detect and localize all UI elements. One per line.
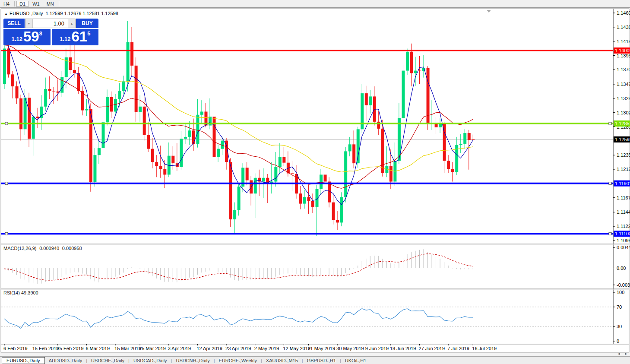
- macd-values: -0.000940 -0.000958: [38, 246, 82, 251]
- chart-tabs: EURUSD-,DailyAUDUSD-,Daily|USDCHF-,Daily…: [0, 356, 630, 364]
- chart-tab-xauusdm15[interactable]: XAUUSD-,M15: [262, 358, 302, 364]
- chart-tab-usdchfdaily[interactable]: USDCHF-,Daily: [87, 358, 128, 364]
- date-tick-label: 21 May 2019: [307, 346, 335, 351]
- rsi-value: 49.3900: [21, 290, 38, 295]
- chart-tab-gbpusdh1[interactable]: GBPUSD-,H1: [303, 358, 340, 364]
- date-tick-label: 3 Apr 2019: [168, 346, 191, 351]
- date-tick-label: 2 May 2019: [254, 346, 279, 351]
- toolbar-separator: [14, 1, 15, 6]
- date-tick-label: 18 Jun 2019: [390, 346, 416, 351]
- date-tick-label: 30 May 2019: [336, 346, 364, 351]
- sell-price-display[interactable]: 1.12 59 8: [3, 29, 51, 45]
- collapse-triangle-icon[interactable]: ▲: [4, 12, 8, 16]
- one-click-trade-panel: SELL ▼ ▲ BUY 1.12 59 8 1.12 61 5: [3, 19, 98, 45]
- chart-tab-eurusddaily[interactable]: EURUSD-,Daily: [2, 357, 45, 364]
- svg-text:1.12598: 1.12598: [615, 137, 630, 142]
- timeframe-button-D1[interactable]: D1: [16, 1, 28, 7]
- svg-text:1.11103: 1.11103: [615, 231, 630, 236]
- date-tick-label: 25 Mar 2019: [139, 346, 166, 351]
- price-tick-label: 1.13025: [617, 110, 630, 115]
- macd-name: MACD(12,26,9): [3, 246, 36, 251]
- date-tick-label: 25 Feb 2019: [57, 346, 84, 351]
- rsi-tick-label: 100: [617, 290, 624, 295]
- date-tick-label: 16 Jul 2019: [472, 346, 497, 351]
- svg-text:1.12851: 1.12851: [615, 121, 630, 126]
- buy-button[interactable]: BUY: [76, 19, 98, 28]
- scroll-left-icon[interactable]: ◄: [617, 352, 621, 356]
- sell-price-pip: 8: [39, 30, 42, 37]
- buy-price-display[interactable]: 1.12 61 5: [52, 29, 99, 45]
- sell-button[interactable]: SELL: [3, 19, 25, 28]
- macd-tick-label: 0.00: [617, 266, 626, 271]
- date-tick-label: 12 Apr 2019: [196, 346, 222, 351]
- timeframe-toolbar: H4D1W1MN: [0, 0, 630, 8]
- chart-tab-audusddaily[interactable]: AUDUSD-,Daily: [45, 358, 86, 364]
- symbol-name: EURUSD-,Daily: [9, 11, 43, 16]
- rsi-name: RSI(14): [3, 290, 20, 295]
- buy-price-prefix: 1.12: [60, 36, 70, 42]
- date-tick-label: 27 Jun 2019: [419, 346, 445, 351]
- chart-tab-usdcaddaily[interactable]: USDCAD-,Daily: [130, 358, 171, 364]
- volume-decrease-button[interactable]: ▼: [25, 19, 33, 28]
- chart-shift-marker[interactable]: [487, 10, 491, 13]
- date-tick-label: 6 Feb 2019: [3, 346, 28, 351]
- date-tick-label: 7 Jul 2019: [447, 346, 469, 351]
- svg-text:1.14009: 1.14009: [615, 48, 630, 53]
- chart-tab-usdcnhdaily[interactable]: USDCNH-,Daily: [172, 358, 213, 364]
- price-tick-label: 1.11220: [617, 224, 630, 229]
- buy-price-pip: 5: [87, 30, 90, 37]
- rsi-tick-label: 70: [617, 304, 622, 310]
- price-tick-label: 1.14605: [617, 10, 630, 16]
- symbol-ohlc-values: 1.12599 1.12676 1.12581 1.12598: [46, 11, 118, 16]
- date-tick-label: 23 Apr 2019: [225, 346, 251, 351]
- chart-hscrollbar[interactable]: ◄ ►: [0, 353, 630, 356]
- date-tick-label: 9 Jun 2019: [365, 346, 389, 351]
- macd-indicator-label: MACD(12,26,9) -0.000940 -0.000958: [3, 246, 82, 251]
- date-tick-label: 15 Feb 2019: [32, 346, 59, 351]
- chart-tab-ukoilh1[interactable]: UKOil-,H1: [341, 358, 370, 364]
- price-tick-label: 1.13930: [617, 53, 630, 58]
- timeframe-button-H4[interactable]: H4: [0, 1, 13, 7]
- volume-stepper: ▼ ▲: [25, 19, 76, 28]
- price-tick-label: 1.10995: [617, 238, 630, 243]
- macd-tick-label: -0.003715: [617, 282, 630, 288]
- timeframe-button-MN[interactable]: MN: [44, 1, 57, 7]
- price-tick-label: 1.11445: [617, 209, 630, 215]
- rsi-tick-label: 0: [617, 339, 619, 344]
- price-tick-label: 1.13705: [617, 67, 630, 72]
- volume-increase-button[interactable]: ▲: [68, 19, 75, 28]
- toolbar-separator: [59, 1, 59, 6]
- buy-price-big: 61: [71, 29, 87, 44]
- chart-symbol-header: ▲EURUSD-,Daily 1.12599 1.12676 1.12581 1…: [4, 11, 118, 16]
- price-tick-label: 1.14380: [617, 25, 630, 30]
- macd-tick-label: 0.004465: [617, 245, 630, 250]
- svg-text:1.11901: 1.11901: [615, 181, 630, 186]
- price-tick-label: 1.13475: [617, 82, 630, 87]
- scroll-right-icon[interactable]: ►: [624, 352, 628, 356]
- price-tick-label: 1.12350: [617, 152, 630, 158]
- chart-tab-eurchfweekly[interactable]: EURCHF-,Weekly: [215, 358, 261, 364]
- rsi-indicator-label: RSI(14) 49.3900: [3, 290, 38, 295]
- date-tick-label: 12 May 2019: [283, 346, 310, 351]
- price-tick-label: 1.14155: [617, 39, 630, 44]
- date-tick-label: 6 Mar 2019: [85, 346, 110, 351]
- date-tick-label: 15 Mar 2019: [114, 346, 141, 351]
- price-chart[interactable]: 1.146051.143801.141551.139301.137051.134…: [0, 0, 630, 356]
- rsi-tick-label: 30: [617, 324, 622, 329]
- timeframe-button-W1[interactable]: W1: [29, 1, 43, 7]
- sell-price-prefix: 1.12: [12, 36, 22, 42]
- price-tick-label: 1.12125: [617, 167, 630, 172]
- volume-input[interactable]: [33, 19, 68, 28]
- price-tick-label: 1.13250: [617, 96, 630, 101]
- price-tick-label: 1.11675: [617, 195, 630, 200]
- sell-price-big: 59: [23, 29, 39, 44]
